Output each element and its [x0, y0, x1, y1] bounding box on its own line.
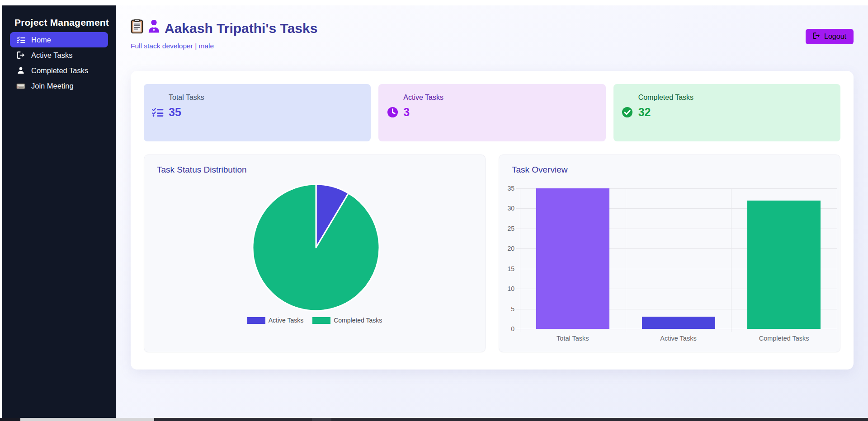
sign-out-icon: [813, 33, 820, 41]
stat-value-row: 32: [622, 106, 832, 119]
title-block: Aakash Tripathi's Tasks Full stack devel…: [131, 19, 317, 50]
bar-plot: 05101520253035Total TasksActive TasksCom…: [499, 155, 840, 352]
stats-row: Total Tasks 35 Active Tasks 3: [131, 71, 854, 141]
sidebar-item-join-meeting[interactable]: Join Meeting: [10, 78, 108, 94]
pie-slice: [253, 184, 379, 311]
sidebar-item-label: Active Tasks: [31, 51, 72, 60]
stat-value: 3: [403, 106, 410, 119]
x-axis-line: [516, 329, 837, 329]
sidebar-item-completed-tasks[interactable]: Completed Tasks: [10, 63, 108, 78]
scrollbar-segment: [312, 418, 331, 421]
app-window: Project Management Home Active Tasks Com…: [2, 5, 868, 418]
sidebar-item-home[interactable]: Home: [10, 32, 108, 47]
list-check-icon: [152, 107, 164, 118]
stat-card-active-tasks: Active Tasks 3: [378, 84, 605, 141]
gridline: [626, 188, 626, 332]
sidebar: Project Management Home Active Tasks Com…: [2, 5, 116, 418]
pie-chart-card: Task Status Distribution Active Tasks Co…: [144, 154, 486, 352]
y-axis-tick-label: 30: [499, 204, 519, 212]
sidebar-title: Project Management: [2, 5, 116, 28]
page-title: Aakash Tripathi's Tasks: [131, 19, 317, 37]
clipboard-icon: [131, 19, 143, 37]
user-icon: [16, 66, 25, 75]
y-axis-tick-label: 25: [499, 225, 519, 233]
charts-row: Task Status Distribution Active Tasks Co…: [131, 141, 854, 352]
sidebar-item-label: Join Meeting: [31, 82, 74, 90]
sign-out-icon: [16, 51, 25, 59]
page-subtitle: Full stack developer | male: [131, 42, 317, 50]
content-card: Total Tasks 35 Active Tasks 3: [131, 71, 854, 370]
gridline: [837, 188, 837, 332]
list-check-icon: [16, 36, 25, 44]
legend-item-completed-tasks[interactable]: Completed Tasks: [312, 317, 382, 324]
legend-swatch: [247, 317, 265, 324]
legend-swatch: [312, 317, 330, 324]
stat-label: Active Tasks: [403, 94, 597, 102]
stat-value: 32: [638, 106, 651, 119]
sidebar-nav: Home Active Tasks Completed Tasks Join M…: [2, 32, 116, 94]
y-axis-tick-label: 5: [499, 305, 519, 313]
stat-value-row: 3: [387, 106, 597, 119]
legend-label: Completed Tasks: [334, 317, 382, 324]
stat-value-row: 35: [152, 106, 363, 119]
y-axis-tick-label: 20: [499, 244, 519, 253]
scrollbar-thumb[interactable]: [20, 418, 154, 421]
horizontal-scrollbar[interactable]: [0, 418, 868, 421]
stat-card-completed-tasks: Completed Tasks 32: [613, 84, 840, 141]
check-circle-icon: [622, 107, 633, 118]
bar-2: [747, 201, 821, 329]
main-content: Aakash Tripathi's Tasks Full stack devel…: [116, 5, 868, 418]
page-title-text: Aakash Tripathi's Tasks: [165, 20, 317, 37]
bar-chart-card: Task Overview 05101520253035Total TasksA…: [499, 154, 840, 352]
stat-label: Total Tasks: [169, 94, 363, 102]
y-axis-tick-label: 35: [499, 184, 519, 192]
sidebar-item-label: Home: [31, 36, 51, 44]
pie-chart-title: Task Status Distribution: [157, 165, 247, 175]
pie-legend: Active Tasks Completed Tasks: [144, 317, 485, 324]
legend-item-active-tasks[interactable]: Active Tasks: [247, 317, 304, 324]
y-axis-tick-label: 15: [499, 265, 519, 273]
stat-value: 35: [169, 106, 181, 119]
stat-label: Completed Tasks: [638, 94, 832, 102]
scrollbar-corner: [0, 418, 20, 421]
gridline: [731, 188, 731, 332]
pie-chart: [248, 180, 384, 315]
gridline: [520, 188, 520, 332]
bar-1: [642, 317, 715, 329]
clock-icon: [387, 107, 398, 118]
x-axis-category-label: Active Tasks: [642, 335, 715, 342]
header: Aakash Tripathi's Tasks Full stack devel…: [116, 5, 868, 50]
stat-card-total-tasks: Total Tasks 35: [144, 84, 371, 141]
logout-button[interactable]: Logout: [806, 29, 854, 44]
legend-label: Active Tasks: [269, 317, 304, 324]
user-tie-icon: [148, 19, 160, 37]
video-camera-icon: [16, 82, 25, 90]
logout-label: Logout: [824, 33, 846, 41]
sidebar-item-label: Completed Tasks: [31, 66, 88, 75]
sidebar-item-active-tasks[interactable]: Active Tasks: [10, 47, 108, 63]
y-axis-tick-label: 10: [499, 285, 519, 293]
bar-0: [536, 188, 609, 329]
x-axis-category-label: Total Tasks: [537, 335, 609, 342]
x-axis-category-label: Completed Tasks: [748, 335, 820, 342]
